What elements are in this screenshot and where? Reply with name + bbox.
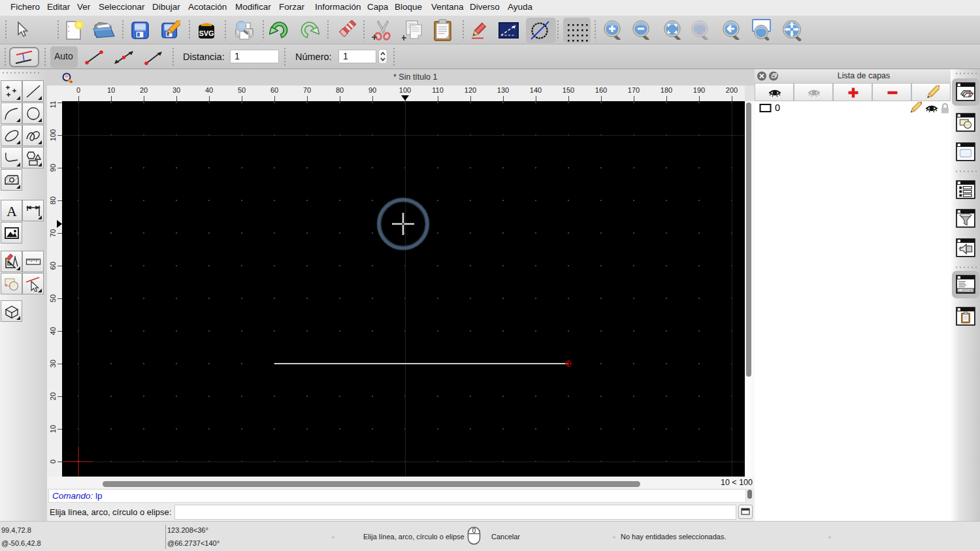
svg-text:A: A	[7, 203, 17, 219]
svg-text:C:command: C:command	[958, 289, 975, 292]
svg-text:SVG: SVG	[199, 29, 214, 37]
